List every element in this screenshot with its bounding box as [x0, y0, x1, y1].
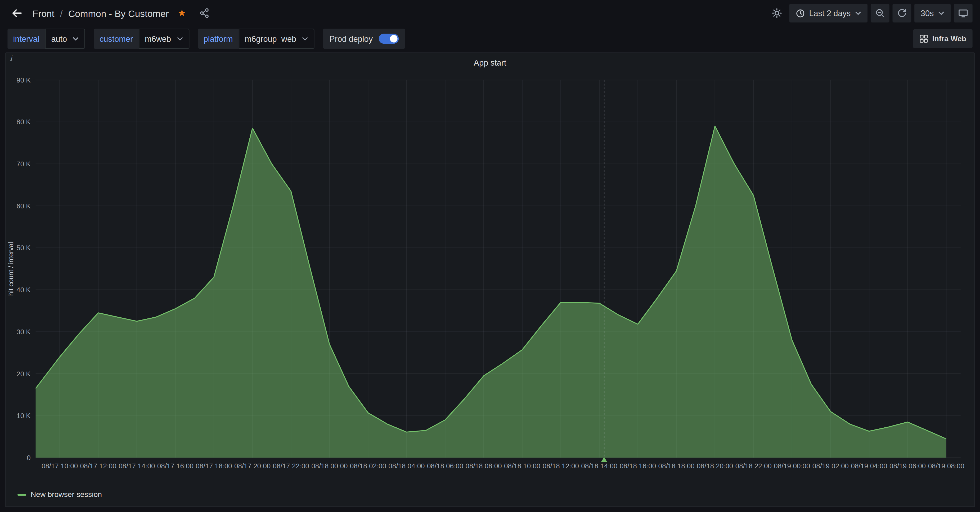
svg-text:0: 0: [27, 454, 30, 462]
svg-text:08/19 08:00: 08/19 08:00: [928, 462, 964, 470]
svg-text:08/17 14:00: 08/17 14:00: [119, 462, 155, 470]
svg-text:08/17 10:00: 08/17 10:00: [41, 462, 78, 470]
top-nav: Front / Common - By Customer ★ Last 2 da…: [0, 0, 980, 26]
chevron-down-icon: [855, 11, 861, 15]
variable-platform-select[interactable]: m6group_web: [239, 29, 315, 49]
svg-text:08/17 12:00: 08/17 12:00: [80, 462, 116, 470]
prod-deploy-label: Prod deploy: [329, 34, 373, 43]
svg-text:08/17 18:00: 08/17 18:00: [196, 462, 232, 470]
svg-text:08/18 06:00: 08/18 06:00: [427, 462, 463, 470]
arrow-left-icon: [11, 7, 22, 19]
chevron-down-icon: [73, 37, 79, 40]
chevron-down-icon: [177, 37, 183, 40]
svg-text:08/17 16:00: 08/17 16:00: [157, 462, 194, 470]
breadcrumb-current: Common - By Customer: [68, 8, 169, 19]
svg-text:08/18 14:00: 08/18 14:00: [581, 462, 617, 470]
tv-mode-button[interactable]: [954, 4, 973, 22]
y-axis-title: hit count / interval: [7, 242, 15, 296]
clock-icon: [795, 8, 805, 18]
svg-text:08/19 00:00: 08/19 00:00: [774, 462, 810, 470]
svg-text:08/18 04:00: 08/18 04:00: [388, 462, 425, 470]
app-start-chart[interactable]: 010 K20 K30 K40 K50 K60 K70 K80 K90 K08/…: [6, 72, 974, 479]
apps-grid-icon: [919, 34, 928, 43]
share-button[interactable]: [195, 4, 214, 22]
infra-web-button[interactable]: Infra Web: [913, 29, 972, 48]
svg-text:08/18 02:00: 08/18 02:00: [350, 462, 386, 470]
dashboard-settings-button[interactable]: [767, 4, 786, 22]
svg-text:08/18 08:00: 08/18 08:00: [466, 462, 502, 470]
variable-interval-value: auto: [51, 34, 67, 43]
svg-text:08/18 16:00: 08/18 16:00: [620, 462, 656, 470]
back-button[interactable]: [7, 4, 26, 22]
variable-customer-label: customer: [94, 29, 139, 49]
variable-platform-value: m6group_web: [245, 34, 296, 43]
svg-text:10 K: 10 K: [16, 412, 31, 420]
refresh-button[interactable]: [892, 4, 912, 22]
time-range-picker[interactable]: Last 2 days: [789, 4, 867, 22]
prod-deploy-control: Prod deploy: [323, 29, 405, 49]
time-range-label: Last 2 days: [809, 8, 851, 18]
legend-swatch: [18, 493, 26, 495]
refresh-interval-picker[interactable]: 30s: [914, 4, 951, 22]
infra-web-label: Infra Web: [932, 34, 967, 43]
variable-customer: customer m6web: [94, 29, 189, 49]
favorite-star-icon[interactable]: ★: [175, 4, 189, 22]
zoom-out-button[interactable]: [871, 4, 889, 22]
svg-text:80 K: 80 K: [16, 118, 31, 126]
variable-interval: interval auto: [7, 29, 85, 49]
variable-customer-value: m6web: [145, 34, 171, 43]
app-start-panel: i App start 010 K20 K30 K40 K50 K60 K70 …: [5, 52, 975, 507]
grafana-dashboard: Front / Common - By Customer ★ Last 2 da…: [0, 0, 980, 512]
variable-platform-label: platform: [198, 29, 239, 49]
svg-text:08/18 00:00: 08/18 00:00: [311, 462, 348, 470]
gear-icon: [772, 8, 782, 18]
svg-text:50 K: 50 K: [16, 244, 31, 252]
svg-text:08/19 06:00: 08/19 06:00: [889, 462, 926, 470]
svg-text:08/18 10:00: 08/18 10:00: [504, 462, 540, 470]
variables-bar: interval auto customer m6web platform m6…: [0, 26, 980, 54]
breadcrumb-root[interactable]: Front: [33, 8, 54, 19]
svg-text:90 K: 90 K: [16, 76, 31, 84]
refresh-icon: [897, 8, 907, 18]
legend-label: New browser session: [31, 490, 102, 499]
chevron-down-icon: [938, 11, 945, 15]
breadcrumb-separator: /: [60, 8, 63, 19]
svg-text:08/17 22:00: 08/17 22:00: [273, 462, 309, 470]
svg-text:08/18 12:00: 08/18 12:00: [542, 462, 579, 470]
svg-text:08/18 20:00: 08/18 20:00: [697, 462, 733, 470]
monitor-icon: [958, 8, 968, 18]
legend-item-new-browser-session[interactable]: New browser session: [18, 490, 102, 499]
svg-text:20 K: 20 K: [16, 370, 31, 378]
svg-text:08/19 02:00: 08/19 02:00: [813, 462, 849, 470]
svg-text:60 K: 60 K: [16, 202, 31, 210]
svg-text:30 K: 30 K: [16, 328, 31, 336]
svg-text:08/17 20:00: 08/17 20:00: [234, 462, 270, 470]
panel-info-icon[interactable]: i: [10, 54, 12, 62]
svg-text:08/18 18:00: 08/18 18:00: [659, 462, 695, 470]
variable-customer-select[interactable]: m6web: [138, 29, 189, 49]
toggle-knob: [390, 35, 398, 42]
chevron-down-icon: [302, 37, 308, 40]
refresh-interval-label: 30s: [921, 8, 934, 18]
svg-text:70 K: 70 K: [16, 160, 31, 168]
svg-text:40 K: 40 K: [16, 286, 31, 294]
panel-title[interactable]: App start: [6, 53, 974, 72]
variable-platform: platform m6group_web: [198, 29, 315, 49]
prod-deploy-toggle[interactable]: [379, 33, 399, 44]
zoom-out-icon: [875, 8, 885, 18]
variable-interval-select[interactable]: auto: [45, 29, 85, 49]
share-icon: [199, 8, 209, 18]
breadcrumb: Front / Common - By Customer: [33, 8, 169, 19]
variable-interval-label: interval: [7, 29, 45, 49]
svg-text:08/19 04:00: 08/19 04:00: [851, 462, 887, 470]
svg-text:08/18 22:00: 08/18 22:00: [735, 462, 772, 470]
